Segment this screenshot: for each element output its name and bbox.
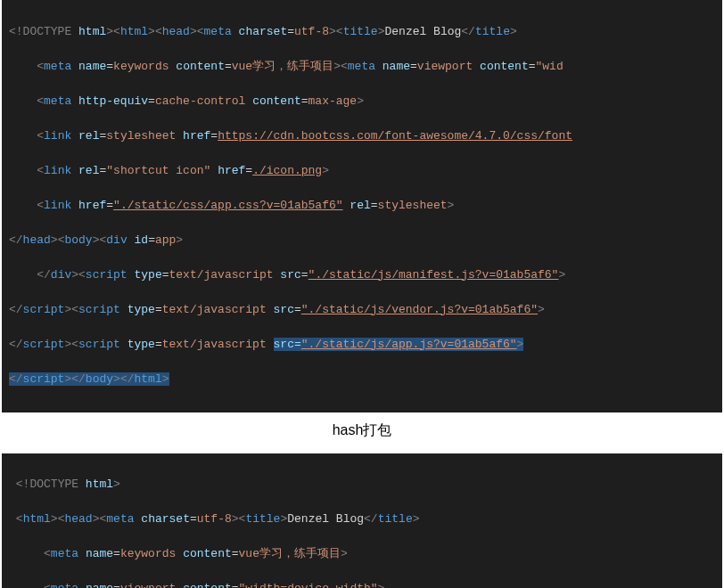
code-line: </div><script type=text/javascript src="… [9, 266, 715, 284]
code-line: <meta name=keywords content=vue学习，练手项目><… [9, 58, 715, 76]
code-line: <html><head><meta charset=utf-8><title>D… [9, 510, 715, 528]
code-line: <link href="./static/css/app.css?v=01ab5… [9, 197, 715, 215]
code-line: </head><body><div id=app> [9, 232, 715, 249]
code-line: </script></body></html> [9, 371, 715, 388]
code-line: <meta http-equiv=cache-control content=m… [9, 93, 715, 110]
code-line: <link rel=stylesheet href=https://cdn.bo… [9, 127, 715, 145]
code-line: <meta name=keywords content=vue学习，练手项目> [9, 545, 715, 563]
code-line: <!DOCTYPE html><html><head><meta charset… [9, 23, 715, 41]
code-line: </script><script type=text/javascript sr… [9, 301, 715, 319]
code-block-chunkhash: <!DOCTYPE html> <html><head><meta charse… [2, 453, 722, 589]
code-line: </script><script type=text/javascript sr… [9, 336, 715, 354]
selected-text: </script></body></html> [9, 372, 169, 386]
code-line: <meta name=viewport content="width=devic… [9, 580, 715, 588]
code-block-hash: <!DOCTYPE html><html><head><meta charset… [2, 0, 722, 412]
code-line: <link rel="shortcut icon" href=./icon.pn… [9, 162, 715, 180]
caption-hash: hash打包 [0, 412, 724, 453]
selected-text: src="./static/js/app.js?v=01ab5af6"> [274, 338, 524, 351]
code-line: <!DOCTYPE html> [9, 476, 715, 494]
